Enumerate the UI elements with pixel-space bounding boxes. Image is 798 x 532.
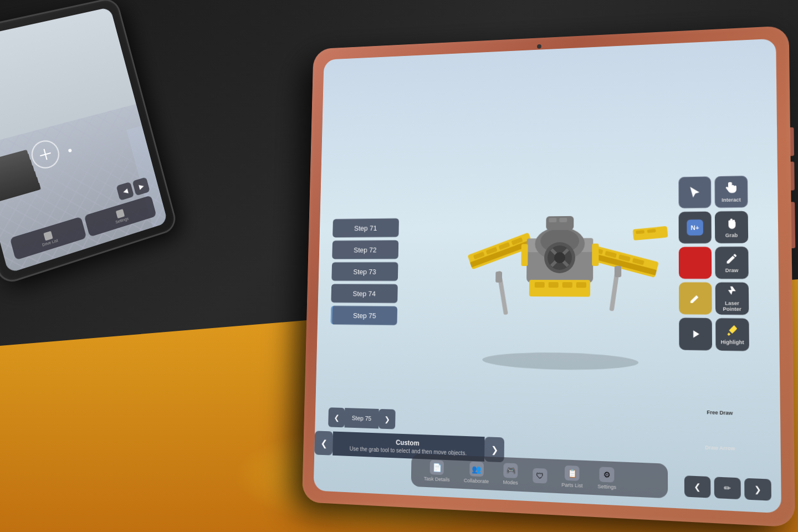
laser-pointer-icon [725,285,739,298]
nav-settings[interactable]: ⚙ Settings [591,464,623,493]
camera-notch [537,44,541,49]
free-draw-btn[interactable] [679,282,712,314]
draw-arrow-label-static: Draw Arrow [703,444,737,452]
svg-rect-33 [495,272,502,283]
step-scroll-next[interactable]: ❯ [378,409,396,429]
shield-icon: 🛡 [533,468,547,483]
lego-model-container [444,142,679,381]
svg-rect-38 [559,218,567,222]
settings-label: Settings [597,483,616,490]
parts-list-icon: 📋 [565,466,580,481]
interact-tool-label: Interact [722,197,741,203]
step-item-72[interactable]: Step 72 [332,240,398,259]
main-tablet-screen: Step 71 Step 72 Step 73 Step 74 Step 75 … [314,39,781,514]
svg-rect-25 [521,244,528,266]
svg-rect-31 [576,282,586,288]
interact-tool-btn[interactable] [678,176,711,208]
power-btn[interactable] [791,202,796,248]
step-list: Step 71 Step 72 Step 73 Step 74 Step 75 [330,218,398,325]
draw-color-btn[interactable] [679,247,712,279]
svg-rect-26 [592,244,598,266]
svg-rect-37 [549,218,556,222]
step-item-73[interactable]: Step 73 [331,262,398,281]
step-nav-title: Custom [396,438,420,447]
collaborate-icon: 👥 [469,462,484,477]
draw-arrow-icon [689,328,702,340]
grab-hand-icon [724,216,739,230]
nav-parts-list[interactable]: 📋 Parts List [555,463,590,492]
svg-rect-30 [562,282,572,288]
main-tablet-body: Step 71 Step 72 Step 73 Step 74 Step 75 … [302,25,795,527]
svg-point-0 [482,351,638,371]
cursor-icon [688,186,702,200]
drive-list-icon [43,231,53,241]
draw-arrow-btn[interactable] [679,318,712,350]
step-scroll-label: Step 75 [345,408,379,428]
step-scroll-nav: ❮ Step 75 ❯ [328,407,396,429]
right-toolbar: Interact N+ Grab [678,175,770,351]
highlight-label: Highlight [720,339,744,345]
svg-rect-35 [615,266,621,277]
grab-n-plus-icon: N+ [687,219,703,236]
nav-shield[interactable]: 🛡 [526,465,554,485]
settings-icon: ⚙ [600,467,615,482]
highlight-icon [725,324,739,337]
laser-pointer-label: Laser Pointer [715,300,749,312]
step-scroll-prev[interactable]: ❮ [328,407,345,427]
parts-list-label: Parts List [561,482,582,489]
step-item-71[interactable]: Step 71 [332,218,399,238]
grab-icon-btn[interactable]: N+ [679,212,712,244]
draw-tool-btn[interactable]: Draw [715,247,749,279]
drive-list-label: Drive List [42,238,58,247]
svg-rect-28 [535,282,545,288]
ar-crosshair [39,147,53,161]
svg-rect-29 [549,282,559,288]
modes-label: Modes [503,479,518,485]
lego-model-svg [444,142,679,381]
free-draw-label-static: Free Draw [703,410,737,416]
volume-down-btn[interactable] [791,162,795,191]
step-nav-prev[interactable]: ❮ [314,431,333,455]
toolbar-scroll-next[interactable]: ❯ [744,478,771,501]
draw-pencil-icon [725,252,738,265]
nav-modes[interactable]: 🎮 Modes [497,461,525,488]
toolbar-scroll-nav: ❮ ✏ ❯ [684,475,771,501]
main-tablet: Step 71 Step 72 Step 73 Step 74 Step 75 … [302,25,795,527]
hand-interact-icon [724,181,738,195]
step-item-75[interactable]: Step 75 [330,306,397,325]
toolbar-scroll-indicator: ✏ [714,477,741,499]
collaborate-label: Collaborate [464,478,489,484]
draw-tool-label: Draw [725,268,739,273]
task-details-label: Task Details [424,476,450,483]
volume-up-btn[interactable] [790,127,794,156]
step-nav-description: Use the grab tool to select and then mov… [345,445,471,456]
settings-icon-small [116,209,125,218]
free-draw-icon [689,292,702,305]
laser-pointer-btn[interactable]: Laser Pointer [715,282,749,315]
nav-collaborate[interactable]: 👥 Collaborate [457,459,495,487]
modes-icon: 🎮 [503,463,518,478]
grab-tool-label: Grab [725,232,738,238]
step-item-74[interactable]: Step 74 [331,284,397,303]
toolbar-scroll-prev[interactable]: ❮ [684,475,711,498]
nav-task-details[interactable]: 📄 Task Details [417,457,457,485]
svg-point-24 [554,252,565,263]
highlight-btn[interactable]: Highlight [715,318,749,351]
grab-tool-btn[interactable]: Grab [715,211,748,243]
task-details-icon: 📄 [430,460,444,475]
interact-label-btn[interactable]: Interact [714,176,748,208]
